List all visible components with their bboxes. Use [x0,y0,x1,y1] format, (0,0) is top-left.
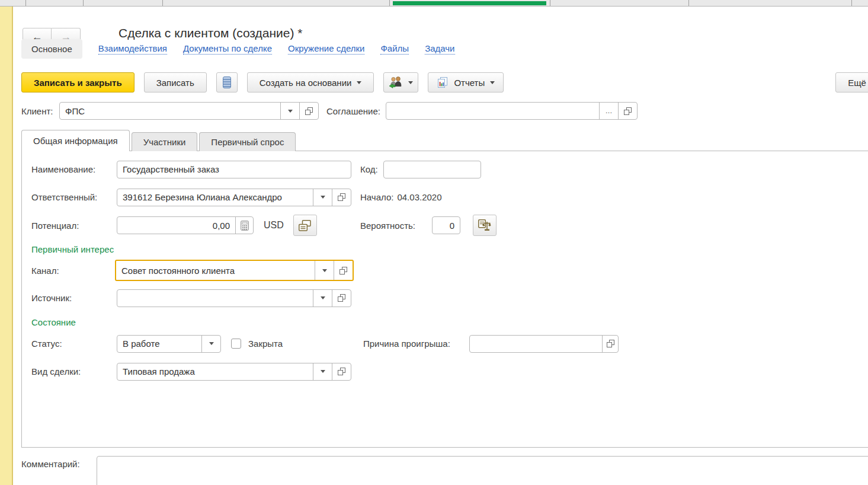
deal-type-input[interactable] [117,363,313,380]
active-browser-tab-indicator[interactable] [393,1,546,5]
code-input[interactable] [384,161,481,178]
status-dropdown-button[interactable] [202,336,220,352]
status-field [117,335,221,353]
nav-item-tasks[interactable]: Задачи [425,43,454,55]
client-input[interactable] [60,103,280,119]
closed-checkbox[interactable] [231,339,241,349]
channel-row: Канал: [31,260,354,281]
status-label: Статус: [31,339,117,349]
channel-label: Канал: [31,266,115,276]
loss-reason-row: Причина проигрыша: [363,334,619,353]
scales-icon [478,219,491,231]
channel-open-button[interactable] [334,261,353,280]
participants-button[interactable] [383,72,418,92]
tab-separator [83,0,84,6]
potential-input[interactable] [117,217,235,234]
agreement-input[interactable] [386,103,599,119]
tab-separator [389,0,390,6]
status-row: Статус: Закрыта [31,334,283,353]
open-icon [338,294,345,302]
potential-row: Потенциал: [31,215,317,236]
potential-field [117,216,254,234]
more-button[interactable]: Ещё [835,72,868,92]
channel-dropdown-button[interactable] [315,261,334,280]
section-nav: Основное Взаимодействия Документы по сде… [21,39,455,59]
code-label: Код: [360,164,378,174]
loss-reason-input[interactable] [470,336,602,352]
loss-reason-label: Причина проигрыша: [363,339,469,349]
open-icon [607,340,614,347]
nav-item-files[interactable]: Файлы [380,43,409,55]
source-dropdown-button[interactable] [313,290,332,307]
currency-label: USD [264,220,284,231]
save-and-close-button[interactable]: Записать и закрыть [21,72,134,92]
deal-type-field [117,363,351,381]
caret-down-icon [408,81,413,84]
chevron-down-icon [321,296,325,299]
source-field [117,289,351,307]
name-input[interactable] [117,161,351,178]
tab-separator [851,0,852,6]
client-label: Клиент: [21,106,59,116]
create-based-on-button[interactable]: Создать на основании [247,72,374,92]
loss-reason-open-button[interactable] [603,336,618,352]
tab-participants[interactable]: Участники [132,132,198,151]
comment-textarea[interactable] [97,456,868,485]
save-button[interactable]: Записать [144,72,207,92]
deal-type-open-button[interactable] [332,363,351,380]
stack-icon [222,76,232,89]
reports-button[interactable]: Отчеты [428,72,504,92]
channel-input[interactable] [116,261,315,280]
amount-details-button[interactable] [293,215,317,236]
responsible-field [117,189,351,206]
responsible-dropdown-button[interactable] [313,189,332,206]
reports-label: Отчеты [454,78,485,88]
client-dropdown-button[interactable] [281,103,299,119]
nav-item-interactions[interactable]: Взаимодействия [98,43,167,55]
potential-label: Потенциал: [31,221,117,231]
nav-item-deal-environment[interactable]: Окружение сделки [288,43,364,55]
more-label: Ещё [848,78,866,88]
potential-calculator-button[interactable] [236,217,253,234]
header-fields-row: Клиент: Соглашение: … [21,102,638,120]
state-header: Состояние [31,317,76,327]
code-row: Код: [360,160,481,178]
probability-calc-button[interactable] [473,215,497,236]
source-open-button[interactable] [332,290,351,307]
nav-item-deal-documents[interactable]: Документы по сделке [183,43,272,55]
agreement-label: Соглашение: [326,106,380,116]
primary-interest-header: Первичный интерес [31,244,114,254]
probability-field [432,216,460,234]
chevron-down-icon [322,269,327,272]
source-row: Источник: [31,289,351,307]
name-field [117,161,351,178]
agreement-field: … [386,102,638,120]
responsible-input[interactable] [117,189,313,206]
deal-type-dropdown-button[interactable] [313,363,332,380]
responsible-open-button[interactable] [332,189,351,206]
probability-input[interactable] [433,217,460,234]
open-icon [338,368,345,375]
tab-separator [688,0,689,6]
caret-down-icon [490,81,495,84]
general-info-panel: Наименование: Код: Ответственный: [21,151,868,448]
toolbar: Записать и закрыть Записать Создать на о… [21,72,504,92]
source-input[interactable] [117,290,313,307]
tab-primary-demand[interactable]: Первичный спрос [199,132,296,151]
agreement-open-button[interactable] [619,103,637,119]
status-input[interactable] [117,336,201,352]
tab-general-info[interactable]: Общая информация [21,130,130,151]
tab-separator [162,0,163,6]
chevron-down-icon [321,370,325,373]
chevron-down-icon [321,196,325,199]
client-open-button[interactable] [300,103,318,119]
open-icon [339,267,347,275]
tab-separator [25,0,26,6]
create-based-on-label: Создать на основании [260,78,352,88]
agreement-select-button[interactable]: … [600,103,618,119]
open-icon [624,107,632,115]
nav-item-main[interactable]: Основное [21,39,82,59]
structure-button[interactable] [216,72,238,92]
open-icon [338,193,345,201]
closed-checkbox-label: Закрыта [248,339,283,349]
